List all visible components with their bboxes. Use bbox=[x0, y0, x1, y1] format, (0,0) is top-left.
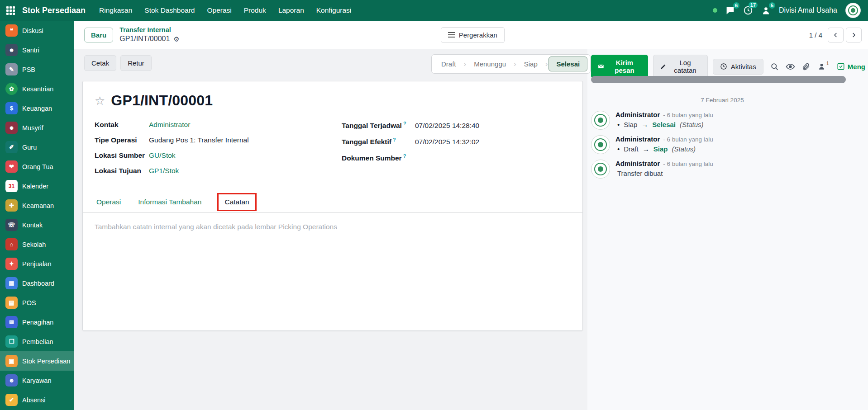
chatter-message: Administrator - 6 bulan yang lalu • Siap… bbox=[591, 111, 854, 130]
chatter-message: Administrator - 6 bulan yang lalu Transf… bbox=[591, 160, 854, 179]
message-author[interactable]: Administrator bbox=[615, 111, 660, 118]
menu-produk[interactable]: Produk bbox=[244, 6, 266, 14]
next-page-button[interactable] bbox=[846, 28, 862, 42]
field-label-lokasi-tujuan: Lokasi Tujuan bbox=[95, 167, 149, 175]
retur-button[interactable]: Retur bbox=[120, 55, 152, 71]
sidebar-item-diskusi[interactable]: ❝Diskusi bbox=[0, 21, 74, 40]
favorite-star-icon[interactable]: ☆ bbox=[95, 95, 105, 107]
menu-laporan[interactable]: Laporan bbox=[278, 6, 304, 14]
gear-icon[interactable]: ⚙ bbox=[173, 35, 179, 44]
tab-catatan[interactable]: Catatan bbox=[219, 194, 255, 210]
sidebar-item-penagihan[interactable]: ✉Penagihan bbox=[0, 312, 74, 332]
sidebar-item-karyawan[interactable]: ☻Karyawan bbox=[0, 371, 74, 390]
purchase-icon: ❒ bbox=[5, 335, 18, 348]
status-step-draft[interactable]: Draft bbox=[434, 60, 464, 68]
sidebar-item-kontak[interactable]: ☏Kontak bbox=[0, 215, 74, 235]
paperclip-icon[interactable] bbox=[802, 62, 811, 71]
notebook-tabs: Operasi Informasi Tambahan Catatan bbox=[83, 191, 582, 213]
kirim-pesan-button[interactable]: Kirim pesan bbox=[591, 55, 648, 78]
chatter-feed: 7 Februari 2025 Administrator - 6 bulan … bbox=[591, 97, 863, 184]
arrow-icon: → bbox=[641, 121, 648, 128]
sidebar-item-keuangan[interactable]: $Keuangan bbox=[0, 99, 74, 118]
field-value-kontak[interactable]: Administrator bbox=[149, 121, 190, 129]
status-to: Siap bbox=[653, 145, 668, 153]
top-menu: Ringkasan Stok Dashboard Operasi Produk … bbox=[99, 6, 351, 14]
search-icon[interactable] bbox=[770, 62, 779, 71]
date-separator: 7 Februari 2025 bbox=[591, 97, 854, 104]
note-placeholder[interactable]: Tambahkan catatn internal yang akan dice… bbox=[83, 213, 582, 241]
menu-operasi[interactable]: Operasi bbox=[207, 6, 231, 14]
menu-ringkasan[interactable]: Ringkasan bbox=[99, 6, 132, 14]
student-icon: ☻ bbox=[5, 44, 18, 56]
follow-button[interactable]: Meng bbox=[837, 62, 865, 71]
sidebar-item-pos[interactable]: ▤POS bbox=[0, 293, 74, 312]
sidebar-item-pembelian[interactable]: ❒Pembelian bbox=[0, 332, 74, 351]
statusbar: Draft › Menunggu › Siap › Selesai bbox=[431, 54, 591, 74]
sidebar-item-guru[interactable]: ✐Guru bbox=[0, 137, 74, 157]
menu-konfigurasi[interactable]: Konfigurasi bbox=[316, 6, 352, 14]
followers-icon[interactable]: 1 bbox=[817, 62, 829, 71]
cetak-button[interactable]: Cetak bbox=[84, 55, 116, 71]
breadcrumb-bar: Baru Transfer Internal GP1/INT/00001 ⚙ P… bbox=[74, 21, 868, 49]
field-value-lokasi-tujuan[interactable]: GP1/Stok bbox=[149, 167, 179, 175]
status-badge-baru: Baru bbox=[84, 28, 113, 42]
help-icon[interactable]: ? bbox=[403, 121, 406, 126]
log-catatan-button[interactable]: Log catatan bbox=[653, 55, 708, 78]
requests-user-icon[interactable]: 5 bbox=[761, 6, 771, 15]
sidebar-item-penjualan[interactable]: ✦Penjualan bbox=[0, 254, 74, 273]
calendar-icon: 31 bbox=[5, 180, 18, 192]
apps-grid-icon[interactable] bbox=[6, 6, 15, 15]
field-label-tanggal-terjadwal: Tanggal Terjadwal? bbox=[342, 121, 415, 130]
aktivitas-button[interactable]: Aktivitas bbox=[713, 59, 763, 75]
status-step-selesai[interactable]: Selesai bbox=[548, 57, 587, 71]
breadcrumb-parent[interactable]: Transfer Internal bbox=[119, 26, 180, 34]
field-value-lokasi-sumber[interactable]: GU/Stok bbox=[149, 151, 176, 160]
user-avatar[interactable] bbox=[845, 3, 861, 18]
status-from: Draft bbox=[624, 145, 639, 153]
sidebar-item-stok-persediaan[interactable]: ▣Stok Persediaan bbox=[0, 351, 74, 371]
menu-stok-dashboard[interactable]: Stok Dashboard bbox=[144, 6, 195, 14]
status-step-siap[interactable]: Siap bbox=[516, 60, 545, 68]
message-time: - 6 bulan yang lalu bbox=[663, 112, 713, 118]
field-label-dokumen-sumber: Dokumen Sumber? bbox=[342, 153, 415, 162]
sidebar-item-kalender[interactable]: 31Kalender bbox=[0, 176, 74, 196]
pager: 1 / 4 bbox=[809, 28, 862, 42]
bullet-icon: • bbox=[617, 145, 620, 153]
messages-icon[interactable]: 6 bbox=[725, 6, 735, 15]
sidebar-item-keamanan[interactable]: ✚Keamanan bbox=[0, 196, 74, 215]
help-icon[interactable]: ? bbox=[393, 137, 396, 142]
pergerakkan-button[interactable]: Pergerakkan bbox=[441, 27, 505, 43]
avatar bbox=[591, 111, 610, 130]
message-author[interactable]: Administrator bbox=[615, 160, 660, 167]
sidebar-item-sekolah[interactable]: ⌂Sekolah bbox=[0, 235, 74, 254]
sidebar-item-musyrif[interactable]: ☻Musyrif bbox=[0, 118, 74, 137]
field-value-tipe-operasi[interactable]: Gudang Pos 1: Transfer Internal bbox=[149, 136, 249, 144]
app-title[interactable]: Stok Persediaan bbox=[22, 6, 86, 15]
sidebar-item-orang-tua[interactable]: ❤Orang Tua bbox=[0, 157, 74, 176]
message-text: Transfer dibuat bbox=[617, 170, 663, 177]
company-switcher[interactable]: Divisi Amal Usaha bbox=[779, 6, 837, 14]
message-author[interactable]: Administrator bbox=[615, 135, 660, 143]
tab-operasi[interactable]: Operasi bbox=[96, 198, 121, 206]
help-icon[interactable]: ? bbox=[403, 153, 406, 159]
chatter-scrollbar[interactable] bbox=[591, 76, 846, 83]
eye-icon[interactable] bbox=[786, 62, 795, 71]
sidebar-item-kesantrian[interactable]: ✿Kesantrian bbox=[0, 79, 74, 99]
statusbar-separator: › bbox=[545, 60, 548, 69]
parents-icon: ❤ bbox=[5, 160, 18, 173]
main-content: Baru Transfer Internal GP1/INT/00001 ⚙ P… bbox=[74, 21, 868, 410]
pager-count: 1 / 4 bbox=[809, 31, 822, 39]
sidebar-item-santri[interactable]: ☻Santri bbox=[0, 40, 74, 60]
sidebar-item-psb[interactable]: ✎PSB bbox=[0, 60, 74, 79]
record-title: GP1/INT/00001 bbox=[111, 92, 213, 109]
followers-count: 1 bbox=[826, 61, 829, 66]
prev-page-button[interactable] bbox=[828, 28, 844, 42]
sidebar-item-absensi[interactable]: ✔Absensi bbox=[0, 390, 74, 410]
activities-clock-icon[interactable]: 17 bbox=[743, 5, 753, 15]
field-value-tanggal-terjadwal[interactable]: 07/02/2025 14:28:40 bbox=[415, 122, 479, 130]
billing-icon: ✉ bbox=[5, 316, 18, 328]
tab-informasi-tambahan[interactable]: Informasi Tambahan bbox=[138, 198, 201, 206]
status-step-menunggu[interactable]: Menunggu bbox=[466, 60, 514, 68]
sidebar-item-dashboard[interactable]: ▦Dashboard bbox=[0, 273, 74, 293]
field-value-tanggal-efektif[interactable]: 07/02/2025 14:32:02 bbox=[415, 138, 479, 146]
